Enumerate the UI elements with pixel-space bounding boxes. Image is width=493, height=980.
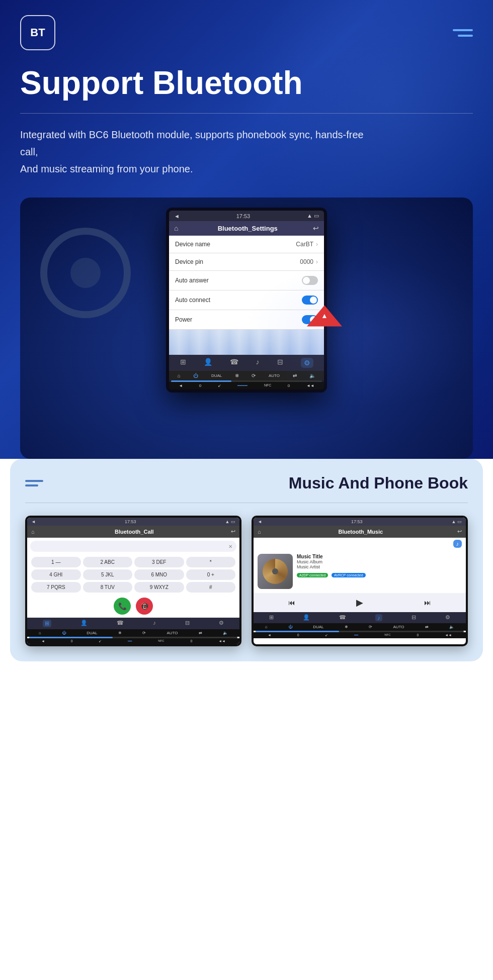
- music-ctrl-fan[interactable]: ⟳: [369, 625, 372, 629]
- progress-bar: [171, 380, 322, 382]
- hero-desc-line1: Integrated with BC6 Bluetooth module, su…: [20, 129, 364, 157]
- nav-link-icon[interactable]: ⊟: [277, 358, 283, 368]
- ctrl-arrows[interactable]: ⇄: [293, 373, 297, 378]
- call-search-clear[interactable]: ✕: [228, 544, 232, 549]
- music-nav-settings[interactable]: ⚙: [445, 614, 450, 621]
- auto-answer-row[interactable]: Auto answer: [169, 271, 324, 290]
- music-nav-music[interactable]: ♪: [375, 614, 382, 621]
- ctrl-power[interactable]: ⏻: [193, 373, 198, 378]
- hero-header: BT: [20, 15, 473, 50]
- key-hash[interactable]: #: [186, 582, 236, 593]
- music-divider: [25, 503, 468, 503]
- key-2[interactable]: 2 ABC: [83, 557, 133, 567]
- call-bb-nfc[interactable]: NFC: [158, 639, 164, 643]
- call-nav-music[interactable]: ♪: [153, 620, 156, 627]
- wave-decoration: [169, 330, 324, 355]
- call-bb-down[interactable]: ↙: [99, 639, 102, 643]
- music-nav-link[interactable]: ⊟: [412, 614, 416, 621]
- music-ctrl-power[interactable]: ⏻: [288, 625, 292, 629]
- ctrl-fan[interactable]: ⟳: [252, 373, 256, 378]
- nav-phone-icon[interactable]: ☎: [230, 358, 238, 368]
- nav-music-icon[interactable]: ♪: [256, 358, 260, 368]
- device-name-label: Device name: [175, 241, 210, 248]
- ctrl-vol[interactable]: 🔈: [309, 373, 315, 378]
- call-bb-back[interactable]: ◄: [41, 639, 45, 643]
- device-pin-row[interactable]: Device pin 0000 ›: [169, 253, 324, 271]
- music-ctrl-snow[interactable]: ❄: [345, 625, 348, 629]
- auto-answer-toggle[interactable]: [302, 276, 318, 285]
- call-nav-phone[interactable]: ☎: [117, 620, 124, 627]
- call-nav-grid[interactable]: ⊞: [43, 620, 51, 627]
- call-back-icon[interactable]: ↩: [231, 528, 235, 535]
- call-ctrl-home[interactable]: ⌂: [39, 631, 41, 635]
- key-8[interactable]: 8 TUV: [83, 582, 133, 593]
- device-name-row[interactable]: Device name CarBT ›: [169, 236, 324, 253]
- call-bb-fwd[interactable]: ◄◄: [218, 639, 225, 643]
- hangup-button[interactable]: 📵: [136, 598, 153, 615]
- call-button[interactable]: 📞: [114, 598, 131, 615]
- music-nav-person[interactable]: 👤: [303, 614, 310, 621]
- music-nav-grid[interactable]: ⊞: [269, 614, 274, 621]
- call-home-icon[interactable]: ⌂: [31, 529, 35, 535]
- auto-connect-row[interactable]: Auto connect: [169, 290, 324, 310]
- menu-button[interactable]: [453, 29, 473, 37]
- screen-nav: ⌂ Bluetooth_Settings ↩: [169, 221, 324, 236]
- call-search-bar[interactable]: ✕: [30, 541, 236, 552]
- music-ctrl-home[interactable]: ⌂: [265, 625, 268, 629]
- call-ctrl-snow[interactable]: ❄: [118, 631, 122, 635]
- call-nav-person[interactable]: 👤: [80, 620, 88, 627]
- ctrl-home[interactable]: ⌂: [178, 373, 181, 378]
- power-row[interactable]: Power: [169, 310, 324, 330]
- ctrl-back[interactable]: ◄: [179, 383, 183, 388]
- call-nav-link[interactable]: ⊟: [185, 620, 190, 627]
- music-hamburger-line-2: [25, 484, 38, 486]
- ctrl-zero-1: 0: [199, 383, 201, 388]
- music-nav-phone[interactable]: ☎: [339, 614, 346, 621]
- next-track-button[interactable]: ⏭: [424, 599, 431, 607]
- call-ctrl-arrows[interactable]: ⇄: [199, 631, 202, 635]
- music-back-icon[interactable]: ↩: [457, 528, 462, 535]
- music-home-icon[interactable]: ⌂: [258, 529, 261, 535]
- music-bb-back[interactable]: ◄: [268, 633, 271, 637]
- nav-settings-icon[interactable]: ⚙: [301, 358, 313, 368]
- call-ctrl-vol[interactable]: 🔈: [223, 631, 228, 635]
- music-bb-nfc[interactable]: NFC: [384, 633, 390, 637]
- prev-track-button[interactable]: ⏮: [288, 599, 295, 607]
- bt-logo: BT: [20, 15, 55, 50]
- dual-screens-container: ◄ 17:53 ▲ ▭ ⌂ Bluetooth_Call ↩ ✕ 1 — 2 A…: [25, 516, 468, 646]
- key-4[interactable]: 4 GHI: [31, 569, 81, 580]
- key-6[interactable]: 6 MNO: [134, 569, 184, 580]
- music-note-icon[interactable]: ♪: [453, 540, 462, 548]
- call-bb-0b: 0: [190, 639, 192, 643]
- music-ctrl-vol[interactable]: 🔈: [449, 625, 454, 629]
- key-9[interactable]: 9 WXYZ: [134, 582, 184, 593]
- music-ctrl-arrows[interactable]: ⇄: [425, 625, 429, 629]
- ctrl-phone-ctrl[interactable]: ↙: [218, 383, 221, 388]
- call-ctrl-power[interactable]: ⏻: [62, 631, 66, 635]
- key-1[interactable]: 1 —: [31, 557, 81, 567]
- nav-grid-icon[interactable]: ⊞: [180, 358, 186, 368]
- ctrl-snowflake[interactable]: ❄: [235, 373, 239, 378]
- home-icon[interactable]: ⌂: [174, 224, 178, 232]
- key-star[interactable]: *: [186, 557, 236, 567]
- call-nav-settings[interactable]: ⚙: [219, 620, 224, 627]
- key-7[interactable]: 7 PQRS: [31, 582, 81, 593]
- power-toggle[interactable]: [302, 315, 318, 324]
- key-3[interactable]: 3 DEF: [134, 557, 184, 567]
- nav-person-icon[interactable]: 👤: [204, 358, 212, 368]
- ctrl-fwd[interactable]: ◄◄: [306, 383, 314, 388]
- music-bb-fwd[interactable]: ◄◄: [445, 633, 452, 637]
- music-bb-down[interactable]: ↙: [325, 633, 328, 637]
- ctrl-dual[interactable]: DUAL: [211, 373, 222, 378]
- ctrl-auto[interactable]: AUTO: [269, 373, 280, 378]
- auto-connect-toggle[interactable]: [302, 296, 318, 305]
- music-menu-icon[interactable]: [25, 480, 43, 486]
- key-5[interactable]: 5 JKL: [83, 569, 133, 580]
- call-progress: [29, 637, 237, 638]
- red-triangle-button[interactable]: ▲: [307, 298, 342, 333]
- key-0[interactable]: 0 +: [186, 569, 236, 580]
- play-pause-button[interactable]: ▶: [356, 597, 363, 608]
- back-icon[interactable]: ↩: [313, 224, 319, 232]
- ctrl-nfc[interactable]: NFC: [264, 383, 271, 388]
- call-ctrl-fan[interactable]: ⟳: [142, 631, 146, 635]
